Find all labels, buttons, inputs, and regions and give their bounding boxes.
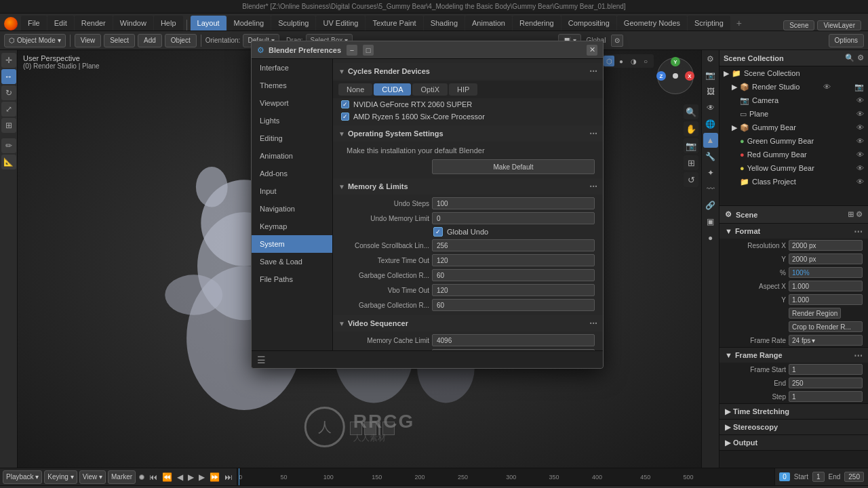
view-dropdown[interactable]: View ▾ (79, 470, 106, 484)
time-stretching-header[interactable]: ▶ Time Stretching (719, 404, 868, 419)
select-btn[interactable]: Select (104, 34, 135, 47)
pref-nav-viewport[interactable]: Viewport (252, 94, 332, 112)
start-frame-display[interactable]: 1 (812, 472, 825, 482)
dialog-hamburger[interactable]: ☰ (257, 354, 266, 365)
prop-icon-output[interactable]: 🖼 (703, 84, 718, 99)
tab-add[interactable]: + (731, 16, 747, 30)
outliner-item-yellow-gummy[interactable]: ● Yellow Gummy Bear 👁 (736, 161, 868, 175)
prop-icon-material[interactable]: ● (703, 230, 718, 245)
menu-item-file[interactable]: File (21, 16, 47, 30)
tab-shading[interactable]: Shading (424, 16, 465, 30)
current-frame-display[interactable]: 0 (779, 472, 790, 481)
view-btn[interactable]: View (75, 34, 102, 47)
tab-compositing[interactable]: Compositing (561, 16, 616, 30)
pref-nav-system[interactable]: System (252, 235, 332, 253)
prop-icon-physics[interactable]: 〰 (703, 182, 718, 197)
device-nvidia-checkbox[interactable]: ✓ (341, 100, 349, 108)
cuda-tab[interactable]: CUDA (374, 83, 411, 96)
prop-icon-particles[interactable]: ✦ (703, 165, 718, 180)
playback-icon1[interactable] (350, 422, 362, 435)
menu-item-edit[interactable]: Edit (47, 16, 74, 30)
frame-end-value[interactable]: 250 (789, 378, 863, 388)
video-seq-header[interactable]: ▼ Video Sequencer ··· (333, 315, 603, 331)
next-keyframe-btn[interactable]: ⏩ (208, 472, 221, 482)
plane-eye[interactable]: 👁 (856, 110, 864, 118)
pref-nav-keymap[interactable]: Keymap (252, 218, 332, 235)
pref-nav-lights[interactable]: Lights (252, 112, 332, 129)
marker-btn[interactable]: Marker (108, 470, 136, 484)
make-default-btn[interactable]: Make Default (432, 159, 595, 174)
cp-eye[interactable]: 👁 (856, 178, 864, 186)
prop-icon-object[interactable]: ▲ (703, 133, 718, 148)
framerate-selector[interactable]: 24 fps ▾ (789, 335, 863, 346)
os-dots[interactable]: ··· (589, 128, 597, 139)
gizmo-z-axis[interactable]: Z (656, 71, 666, 81)
cuda-none-tab[interactable]: None (338, 83, 372, 96)
measure-tool[interactable]: 📐 (1, 155, 16, 169)
wireframe-btn[interactable]: ⬡ (604, 56, 614, 66)
undo-memory-value[interactable]: 0 (432, 212, 595, 224)
prop-expand-all[interactable]: ⊞ (848, 210, 854, 219)
res-y-value[interactable]: 2000 px (789, 253, 863, 264)
output-header[interactable]: ▶ Output (719, 435, 868, 450)
timeline-track[interactable]: 0 50 100 150 200 250 300 350 400 450 500 (237, 468, 774, 485)
play-end-btn[interactable]: ⏭ (223, 472, 234, 482)
outliner-filter[interactable]: 🔍 (845, 54, 854, 62)
prop-icon-view[interactable]: 👁 (703, 100, 718, 115)
device-amd-checkbox[interactable]: ✓ (341, 113, 349, 121)
optix-tab[interactable]: OptiX (412, 83, 448, 96)
memory-cache-value[interactable]: 4096 (432, 334, 595, 346)
rotate-tool[interactable]: ↻ (1, 85, 16, 100)
tab-modeling[interactable]: Modeling (227, 16, 271, 30)
tab-texture-paint[interactable]: Texture Paint (366, 16, 422, 30)
move-tool[interactable]: ↔ (1, 69, 16, 84)
aspect-y-value[interactable]: 1.000 (789, 294, 863, 305)
zoom-btn[interactable]: 🔍 (684, 104, 698, 119)
prop-icon-render[interactable]: 📷 (703, 68, 718, 83)
cycles-dots[interactable]: ··· (589, 66, 597, 77)
mem-dots[interactable]: ··· (589, 181, 597, 192)
undo-steps-value[interactable]: 100 (432, 197, 595, 209)
add-btn[interactable]: Add (138, 34, 162, 47)
outliner-item-render-studio[interactable]: ▶ 📦 Render Studio 👁 📷 (728, 80, 868, 94)
crop-btn[interactable]: Crop to Render R... (789, 321, 863, 332)
frame-all-btn[interactable]: ⊞ (684, 155, 698, 170)
format-section-header[interactable]: ▼ Format ⋯ (719, 224, 868, 239)
frame-step-value[interactable]: 1 (789, 391, 863, 402)
prop-settings[interactable]: ⚙ (856, 210, 863, 219)
pref-nav-navigation[interactable]: Navigation (252, 200, 332, 218)
prop-icon-data[interactable]: ▣ (703, 214, 718, 229)
gg-eye[interactable]: 👁 (856, 137, 864, 145)
render-region-btn[interactable]: Render Region (789, 308, 841, 319)
outliner-item-scene-collection[interactable]: ▶ 📁 Scene Collection (719, 66, 868, 80)
tab-layout[interactable]: Layout (191, 16, 226, 30)
object-btn[interactable]: Object (165, 34, 197, 47)
texture-timeout-value[interactable]: 120 (432, 254, 595, 266)
menu-item-window[interactable]: Window (113, 16, 153, 30)
outliner-item-green-gummy[interactable]: ● Green Gummy Bear 👁 (736, 134, 868, 148)
gc-rate-value1[interactable]: 60 (432, 269, 595, 281)
prop-icon-world[interactable]: 🌐 (703, 117, 718, 131)
mode-selector[interactable]: ⬡ Object Mode ▾ (4, 34, 66, 47)
disk-cache-btn[interactable]: Use Disk Cache (432, 349, 595, 350)
console-scrollback-value[interactable]: 256 (432, 239, 595, 251)
rs-cam[interactable]: 📷 (854, 83, 864, 92)
play-btn[interactable]: ▶ (186, 472, 195, 482)
os-settings-header[interactable]: ▼ Operating System Settings ··· (333, 125, 603, 142)
res-x-value[interactable]: 2000 px (789, 240, 863, 251)
keying-dropdown[interactable]: Keying ▾ (44, 470, 77, 484)
scale-tool[interactable]: ⤢ (1, 102, 16, 117)
playback-dropdown[interactable]: Playback ▾ (3, 470, 42, 484)
material-preview-btn[interactable]: ◑ (628, 56, 639, 66)
dialog-minimize-btn[interactable]: − (347, 45, 357, 56)
annotate-tool[interactable]: ✏ (1, 138, 16, 153)
next-frame-btn[interactable]: ▶ (197, 472, 206, 482)
proportional-edit[interactable]: ⊙ (611, 35, 623, 47)
memory-section-header[interactable]: ▼ Memory & Limits ··· (333, 178, 603, 195)
transform-tool[interactable]: ⊞ (1, 118, 16, 133)
tab-geometry-nodes[interactable]: Geometry Nodes (617, 16, 687, 30)
pref-nav-file-paths[interactable]: File Paths (252, 270, 332, 288)
camera-view-btn[interactable]: 📷 (684, 138, 698, 153)
dialog-maximize-btn[interactable]: □ (363, 45, 374, 56)
tab-rendering[interactable]: Rendering (513, 16, 561, 30)
